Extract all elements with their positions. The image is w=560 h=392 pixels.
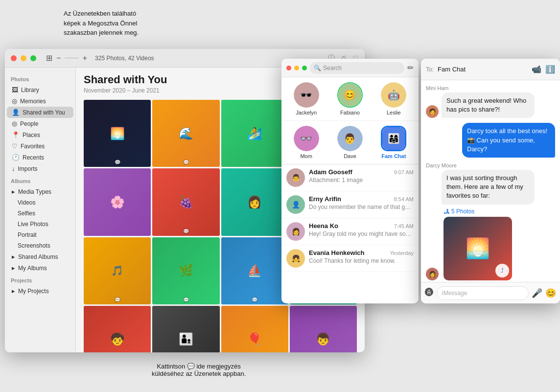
message-bubble-mini-ham: Such a great weekend! Who has pics to sh…: [442, 92, 535, 118]
conversation-heena-ko[interactable]: 👩 Heena Ko 7:45 AM Hey! Gray told me you…: [281, 218, 419, 245]
sidebar-item-imports[interactable]: ↓ Imports: [7, 163, 73, 174]
sidebar-item-my-projects[interactable]: ▸ My Projects: [7, 285, 73, 297]
conversation-erny-arifin[interactable]: 👤 Erny Arifin 8:54 AM Do you remember th…: [281, 191, 419, 218]
sender-name-darcy: Darcy Moore: [426, 162, 555, 168]
pinned-contacts-row1: 🕶️ Jackelyn 😊 Fabiano 🤖 Leslie: [281, 77, 419, 121]
conversation-evania-henkewich[interactable]: 👧 Evania Henkewich Yesterday Cool! Thank…: [281, 245, 419, 272]
projects-section-title: Projects: [5, 274, 75, 285]
evania-avatar: 👧: [286, 249, 305, 268]
photo-cell[interactable]: 🏄: [221, 100, 288, 167]
sidebar-item-screenshots[interactable]: Screenshots: [7, 240, 73, 251]
pinned-contact-leslie[interactable]: 🤖 Leslie: [373, 82, 415, 115]
slideshow-icon[interactable]: ⊞: [46, 53, 52, 63]
mini-ham-avatar: 🧑: [426, 105, 439, 118]
sidebar-item-media-types[interactable]: ▸ Media Types: [7, 186, 73, 197]
app-store-icon[interactable]: 🅐: [425, 288, 434, 298]
zoom-out-icon[interactable]: −: [56, 54, 61, 63]
mom-avatar: 👓: [300, 133, 312, 144]
chat-input-bar: 🅐 iMessage 🎤 😊: [421, 282, 560, 303]
dave-avatar: 👨: [344, 133, 356, 144]
video-call-button[interactable]: 📹: [532, 65, 541, 74]
photo-share-button[interactable]: ⤴: [495, 264, 509, 277]
conversation-adam-gooseff[interactable]: 👨 Adam Gooseff 9:07 AM Attachment: 1 ima…: [281, 164, 419, 191]
albums-section-title: Albums: [5, 174, 75, 186]
messages-fullscreen-button[interactable]: [302, 66, 307, 70]
photos-sidebar: Photos 🖼 Library ◎ Memories 👤 Shared wit…: [5, 68, 76, 352]
sidebar-item-shared-with-you[interactable]: 👤 Shared with You: [7, 107, 73, 118]
chat-info-button[interactable]: ℹ️: [545, 65, 555, 74]
pinned-contact-mom[interactable]: 👓 Mom: [285, 126, 327, 159]
fam-chat-avatar: 👨‍👩‍👧: [388, 133, 400, 144]
close-button[interactable]: [11, 55, 17, 61]
minimize-button[interactable]: [21, 55, 26, 61]
sidebar-item-live-photos[interactable]: Live Photos: [7, 219, 73, 230]
photo-cell[interactable]: 👦: [290, 306, 357, 352]
message-group-darcy: Darcy Moore 👩 I was just sorting through…: [426, 162, 555, 280]
pinned-contact-dave[interactable]: 👨 Dave: [329, 126, 371, 159]
photo-cell[interactable]: ⛵ 💬: [221, 237, 288, 304]
sidebar-item-places[interactable]: 📍 Places: [7, 129, 73, 140]
sidebar-item-portrait[interactable]: Portrait: [7, 230, 73, 240]
photo-cell[interactable]: 👩: [221, 168, 288, 235]
comment-icon[interactable]: 💬: [183, 160, 189, 165]
my-albums-icon: ▸: [12, 264, 15, 272]
fabiano-avatar: 😊: [344, 89, 356, 101]
photo-preview[interactable]: 🌅 ⤴: [443, 217, 512, 280]
sender-name-mini-ham: Mini Ham: [426, 85, 555, 91]
pinned-contact-jackelyn[interactable]: 🕶️ Jackelyn: [285, 82, 327, 115]
photo-cell[interactable]: 👨‍👦 💬: [152, 306, 219, 352]
photos-badge[interactable]: 🏞 5 Photos: [443, 208, 474, 215]
sidebar-item-my-albums[interactable]: ▸ My Albums: [7, 262, 73, 274]
comment-icon[interactable]: 💬: [115, 297, 120, 302]
fullscreen-button[interactable]: [30, 55, 36, 61]
pinned-contacts-row2: 👓 Mom 👨 Dave 👨‍👩‍👧 Fam Chat: [281, 121, 419, 164]
leslie-avatar: 🤖: [388, 89, 400, 101]
sidebar-item-videos[interactable]: Videos: [7, 197, 73, 208]
messages-search-bar[interactable]: 🔍 Search: [310, 62, 404, 74]
photo-cell[interactable]: 🌅 💬: [84, 100, 151, 167]
heena-avatar: 👩: [286, 222, 305, 241]
photo-cell[interactable]: 🧒 💬: [84, 306, 151, 352]
photo-cell[interactable]: 🌸: [84, 168, 151, 235]
photo-count: 325 Photos, 42 Videos: [95, 55, 154, 62]
zoom-in-icon[interactable]: +: [83, 54, 87, 63]
input-placeholder: iMessage: [442, 290, 467, 297]
search-icon: 🔍: [314, 65, 321, 71]
sidebar-item-favorites[interactable]: ♡ Favorites: [7, 140, 73, 152]
message-group-mini-ham: Mini Ham 🧑 Such a great weekend! Who has…: [426, 85, 555, 118]
photo-cell[interactable]: 🌿 💬: [152, 237, 219, 304]
adam-avatar: 👨: [286, 168, 305, 187]
memories-icon: ◎: [12, 97, 17, 105]
message-bubble-outgoing: Darcy took all the best ones! 📸 Can you …: [462, 123, 555, 158]
preview-image: 🌅: [466, 237, 490, 260]
sidebar-item-recents[interactable]: 🕐 Recents: [7, 152, 73, 163]
messages-minimize-button[interactable]: [294, 66, 299, 70]
sidebar-item-library[interactable]: 🖼 Library: [7, 84, 73, 95]
messages-close-button[interactable]: [286, 66, 291, 70]
message-row-mini-ham: 🧑 Such a great weekend! Who has pics to …: [426, 92, 555, 118]
compose-button[interactable]: ✏: [407, 63, 414, 72]
sidebar-item-memories[interactable]: ◎ Memories: [7, 95, 73, 107]
photo-cell[interactable]: 🍇 💬: [152, 168, 219, 235]
sidebar-item-shared-albums[interactable]: ▸ Shared Albums: [7, 251, 73, 262]
comment-icon[interactable]: 💬: [183, 229, 189, 234]
photo-cell[interactable]: 🎈 💬: [221, 306, 288, 352]
comment-icon[interactable]: 💬: [115, 160, 120, 165]
sidebar-item-selfies[interactable]: Selfies: [7, 208, 73, 219]
comment-icon[interactable]: 💬: [252, 297, 257, 302]
chat-titlebar: To: Fam Chat 📹 ℹ️: [421, 59, 560, 80]
favorites-icon: ♡: [12, 142, 18, 150]
sidebar-item-people[interactable]: ◎ People: [7, 118, 73, 129]
audio-icon[interactable]: 🎤: [532, 288, 542, 299]
messages-window: 🔍 Search ✏ 🕶️ Jackelyn 😊 Fabiano: [281, 59, 419, 303]
emoji-icon[interactable]: 😊: [545, 288, 556, 299]
jackelyn-avatar: 🕶️: [300, 89, 312, 101]
pinned-contact-fabiano[interactable]: 😊 Fabiano: [329, 82, 371, 115]
message-row-outgoing: Darcy took all the best ones! 📸 Can you …: [426, 123, 555, 158]
photo-cell[interactable]: 🌊 💬: [152, 100, 219, 167]
people-icon: ◎: [12, 120, 17, 127]
photo-cell[interactable]: 🎵 💬: [84, 237, 151, 304]
message-input-field[interactable]: iMessage: [437, 286, 529, 300]
pinned-contact-fam-chat[interactable]: 👨‍👩‍👧 Fam Chat: [373, 126, 415, 159]
comment-icon[interactable]: 💬: [183, 297, 189, 302]
